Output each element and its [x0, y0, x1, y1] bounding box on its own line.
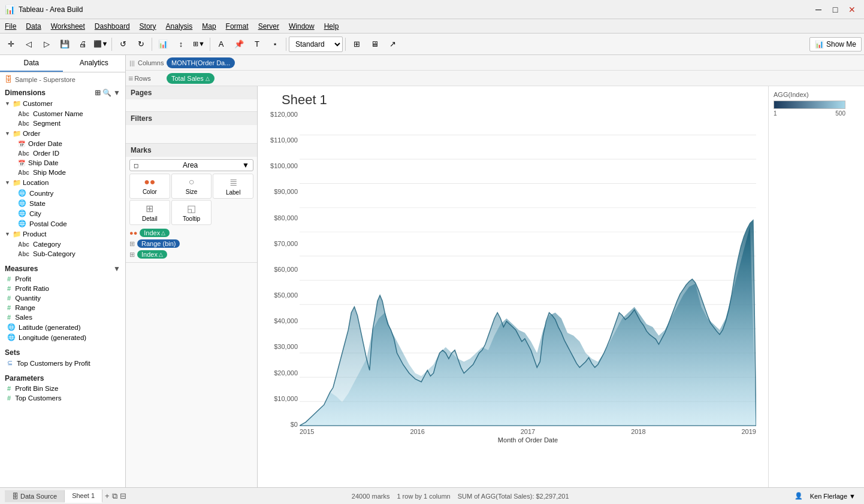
rows-pill-label: Total Sales [171, 75, 204, 82]
tree-item-postal-code[interactable]: 🌐 Postal Code [0, 218, 125, 229]
tree-item-lat[interactable]: 🌐 Latitude (generated) [0, 322, 125, 332]
marks-shelf-2-pill[interactable]: Range (bin) [137, 239, 180, 248]
tree-item-customer-name[interactable]: Abc Customer Name [0, 109, 125, 119]
tree-item-range[interactable]: # Range [0, 303, 125, 312]
tree-group-customer[interactable]: ▼ 📁 Customer [0, 98, 125, 109]
toolbar-share-btn[interactable]: ↗ [384, 36, 401, 53]
duplicate-sheet-btn[interactable]: ⧉ [112, 491, 117, 501]
tab-analytics[interactable]: Analytics [63, 55, 126, 72]
menu-story[interactable]: Story [135, 19, 161, 33]
tree-item-top-customers-param[interactable]: # Top Customers [0, 393, 125, 403]
tree-item-category[interactable]: Abc Category [0, 239, 125, 249]
view-dropdown[interactable]: Standard [289, 37, 343, 52]
toolbar-print-btn[interactable]: 🖨 [74, 36, 91, 53]
toolbar-redo-btn[interactable]: ↻ [132, 36, 149, 53]
menu-file[interactable]: File [0, 19, 21, 33]
marks-title: Marks [126, 144, 257, 157]
filters-title: Filters [126, 112, 257, 125]
tree-item-country[interactable]: 🌐 Country [0, 188, 125, 198]
tree-item-sub-category[interactable]: Abc Sub-Category [0, 249, 125, 259]
marks-shelf-1-pill[interactable]: Index △ [140, 229, 170, 237]
toolbar-sort-btn[interactable]: ↕ [173, 36, 189, 53]
menu-worksheet[interactable]: Worksheet [46, 19, 90, 33]
marks-shelf-3-pill[interactable]: Index △ [137, 250, 167, 259]
present-btn[interactable]: ⊟ [120, 491, 126, 501]
abc-icon-1: Abc [18, 111, 29, 117]
marks-color-btn[interactable]: ●● Color [129, 174, 170, 199]
sheet-tab[interactable]: Sheet 1 [65, 490, 102, 503]
pages-title: Pages [126, 86, 257, 99]
tree-item-profit-ratio[interactable]: # Profit Ratio [0, 284, 125, 293]
toolbar-new-btn[interactable]: ✛ [2, 36, 19, 53]
tree-item-top-customers[interactable]: ⊆ Top Customers by Profit [0, 358, 125, 368]
rows-pill[interactable]: Total Sales △ [167, 73, 215, 84]
tree-item-profit[interactable]: # Profit [0, 274, 125, 284]
menu-format[interactable]: Format [221, 19, 253, 33]
toolbar-font-btn[interactable]: A [213, 36, 229, 53]
abc-icon-5: Abc [18, 241, 29, 248]
menu-analysis[interactable]: Analysis [161, 19, 198, 33]
toolbar-pin-btn[interactable]: 📌 [231, 36, 247, 53]
toolbar-sort2-btn[interactable]: ⊞▼ [191, 36, 207, 53]
close-button[interactable]: ✕ [845, 2, 859, 17]
marks-detail-btn[interactable]: ⊞ Detail [129, 200, 170, 225]
minimize-button[interactable]: ─ [811, 2, 826, 17]
toolbar-chart-btn[interactable]: 📊 [155, 36, 171, 53]
top-customers-param-label: Top Customers [15, 394, 61, 402]
menu-map[interactable]: Map [197, 19, 220, 33]
measures-menu-icon[interactable]: ▼ [113, 265, 120, 273]
globe-icon-lon: 🌐 [7, 333, 16, 341]
dimensions-search-icon[interactable]: 🔍 [102, 89, 111, 97]
tree-item-city[interactable]: 🌐 City [0, 208, 125, 218]
tree-group-order[interactable]: ▼ 📁 Order [0, 128, 125, 139]
param-icon-2: # [7, 394, 11, 402]
maximize-button[interactable]: □ [828, 2, 842, 17]
tree-item-segment[interactable]: Abc Segment [0, 119, 125, 128]
toolbar-save-btn[interactable]: 💾 [56, 36, 73, 53]
y-label-40k: $40,000 [265, 317, 298, 324]
menu-data[interactable]: Data [21, 19, 46, 33]
columns-pill[interactable]: MONTH(Order Da... [167, 57, 235, 68]
user-button[interactable]: Ken Flerlage ▼ [806, 491, 859, 501]
menu-server[interactable]: Server [253, 19, 284, 33]
toolbar-forward-btn[interactable]: ▷ [38, 36, 55, 53]
toolbar-sep-4 [286, 38, 286, 51]
toolbar-star-btn[interactable]: ⋆ [267, 36, 283, 53]
menu-help[interactable]: Help [319, 19, 344, 33]
x-axis-years: 2015 2016 2017 2018 2019 [300, 428, 756, 435]
toolbar-back-btn[interactable]: ◁ [20, 36, 37, 53]
menu-dashboard[interactable]: Dashboard [90, 19, 135, 33]
tree-item-lon[interactable]: 🌐 Longitude (generated) [0, 332, 125, 342]
toolbar-bar-btn[interactable]: ⊞ [348, 36, 365, 53]
tree-item-state[interactable]: 🌐 State [0, 198, 125, 208]
top-customers-label: Top Customers by Profit [17, 360, 90, 367]
marks-type-dropdown[interactable]: ◻ Area ▼ [129, 159, 253, 171]
tree-group-location[interactable]: ▼ 📁 Location [0, 177, 125, 188]
dimensions-grid-icon[interactable]: ⊞ [95, 89, 101, 97]
toolbar-undo-btn[interactable]: ↺ [114, 36, 131, 53]
add-sheet-btn[interactable]: + [105, 491, 110, 501]
toolbar-datasource-btn[interactable]: ⬛▼ [92, 36, 109, 53]
menu-window[interactable]: Window [284, 19, 319, 33]
data-source-tab[interactable]: 🗄 Data Source [5, 490, 65, 502]
marks-tooltip-btn[interactable]: ◱ Tooltip [171, 200, 212, 225]
marks-size-btn[interactable]: ○ Size [171, 174, 212, 199]
show-me-button[interactable]: 📊 Show Me [809, 37, 862, 51]
tree-item-order-id[interactable]: Abc Order ID [0, 148, 125, 158]
tree-group-product[interactable]: ▼ 📁 Product [0, 229, 125, 239]
marks-shelf-1-icon: ●● [129, 229, 137, 236]
marks-label-btn[interactable]: ≣ Label [213, 174, 253, 199]
toolbar-present-btn[interactable]: 🖥 [366, 36, 383, 53]
tree-item-quantity[interactable]: # Quantity [0, 293, 125, 303]
tab-data[interactable]: Data [0, 55, 63, 72]
tree-item-ship-mode[interactable]: Abc Ship Mode [0, 168, 125, 177]
param-icon-1: # [7, 385, 11, 392]
toolbar-text-btn[interactable]: T [249, 36, 265, 53]
tree-item-profit-bin[interactable]: # Profit Bin Size [0, 384, 125, 393]
dimensions-menu-icon[interactable]: ▼ [113, 89, 120, 97]
tree-item-sales[interactable]: # Sales [0, 312, 125, 322]
tree-item-ship-date[interactable]: 📅 Ship Date [0, 158, 125, 168]
marks-type-label: Area [183, 161, 198, 169]
tree-item-order-date[interactable]: 📅 Order Date [0, 139, 125, 148]
legend-gradient [774, 101, 845, 109]
